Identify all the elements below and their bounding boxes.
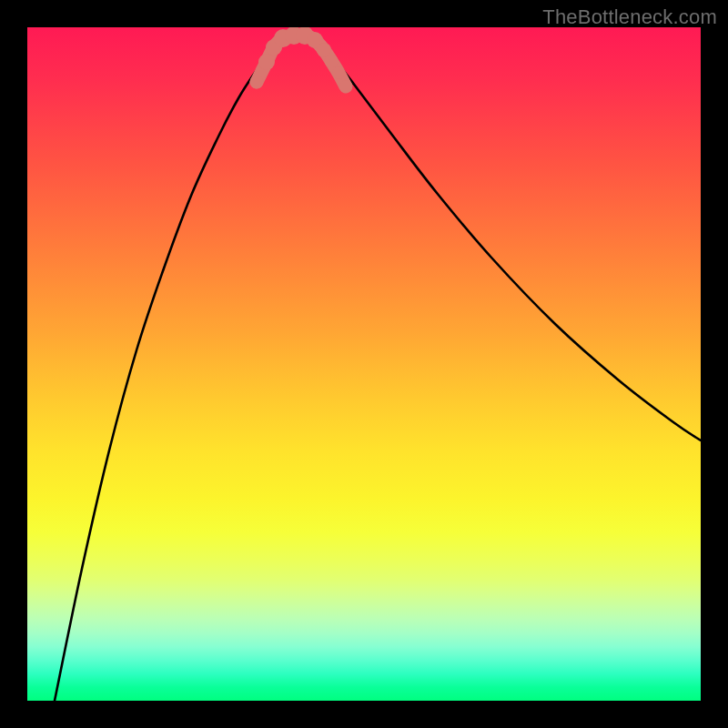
chart-svg bbox=[27, 27, 701, 701]
marker-dot bbox=[258, 54, 275, 70]
marker-dot bbox=[332, 66, 345, 79]
right-curve bbox=[315, 36, 701, 440]
plot-area bbox=[27, 27, 701, 701]
marker-dot bbox=[339, 80, 352, 93]
marker-dot bbox=[250, 76, 264, 89]
left-curve bbox=[55, 36, 286, 701]
chart-frame: TheBottleneck.com bbox=[0, 0, 728, 728]
marker-dot bbox=[325, 55, 339, 68]
watermark-text: TheBottleneck.com bbox=[542, 5, 717, 29]
